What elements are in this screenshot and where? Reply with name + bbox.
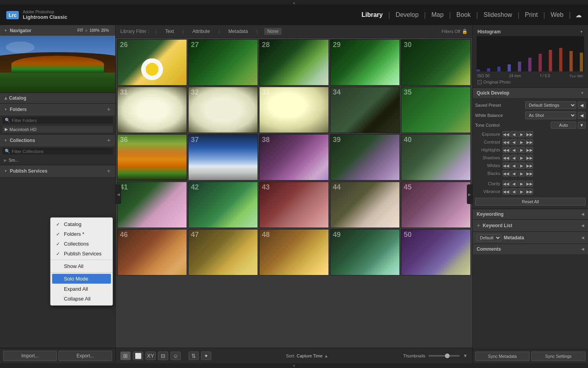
exposure-uu[interactable]: ▶▶ bbox=[526, 131, 533, 137]
photo-cell-50[interactable]: 50 bbox=[401, 229, 471, 275]
thumbnail-size-slider[interactable] bbox=[428, 355, 460, 357]
ctx-publish-services[interactable]: ✓ Publish Services bbox=[51, 249, 113, 259]
nav-slideshow[interactable]: Slideshow bbox=[479, 10, 516, 20]
blacks-d[interactable]: ◀ bbox=[510, 170, 517, 177]
tone-control-arrow[interactable]: ▼ bbox=[578, 122, 586, 129]
clarity-dd[interactable]: ◀◀ bbox=[503, 180, 510, 187]
exposure-d[interactable]: ◀ bbox=[510, 131, 517, 137]
collection-item-sm[interactable]: ▶ Sm... bbox=[2, 157, 113, 163]
right-panel-collapse[interactable]: ▶ bbox=[467, 184, 472, 204]
photo-cell-45[interactable]: 45 bbox=[401, 182, 471, 228]
folder-macintosh-hd[interactable]: ▶ Macintosh HD bbox=[2, 126, 113, 133]
publish-header[interactable]: ▼ Publish Services + bbox=[0, 165, 115, 177]
folders-header[interactable]: ▼ Folders + bbox=[0, 104, 115, 115]
blacks-uu[interactable]: ▶▶ bbox=[526, 170, 533, 177]
photo-cell-27[interactable]: 27 bbox=[188, 39, 258, 86]
shadows-dd[interactable]: ◀◀ bbox=[503, 155, 510, 161]
photo-cell-41[interactable]: 41 bbox=[117, 182, 187, 228]
shadows-u[interactable]: ▶ bbox=[518, 155, 525, 161]
thumb-up-icon[interactable]: ▼ bbox=[463, 353, 468, 359]
vibrance-d[interactable]: ◀ bbox=[510, 188, 517, 195]
photo-cell-28[interactable]: 28 bbox=[259, 39, 329, 86]
white-balance-select[interactable]: As Shot bbox=[525, 111, 576, 119]
photo-cell-35[interactable]: 35 bbox=[401, 87, 471, 133]
zoom-100[interactable]: 100% bbox=[89, 28, 100, 33]
nav-web[interactable]: Web bbox=[547, 10, 568, 20]
photo-cell-26[interactable]: 26 bbox=[117, 39, 187, 86]
highlights-uu[interactable]: ▶▶ bbox=[526, 147, 533, 153]
blacks-u[interactable]: ▶ bbox=[518, 170, 525, 177]
vibrance-dd[interactable]: ◀◀ bbox=[503, 188, 510, 195]
survey-view-button[interactable]: ⊟ bbox=[158, 352, 168, 360]
photo-cell-42[interactable]: 42 bbox=[188, 182, 258, 228]
clarity-d[interactable]: ◀ bbox=[510, 180, 517, 187]
sync-icon[interactable]: ⇅ bbox=[189, 352, 199, 360]
comments-header[interactable]: Comments ◀ bbox=[473, 244, 588, 254]
lock-icon[interactable]: 🔒 bbox=[462, 29, 468, 34]
photo-grid[interactable]: 2627282930313233343536373839404142434445… bbox=[116, 38, 472, 348]
spray-icon[interactable]: ✦ bbox=[201, 352, 211, 360]
ctx-catalog[interactable]: ✓ Catalog bbox=[51, 219, 113, 229]
zoom-25[interactable]: 25% bbox=[101, 28, 109, 33]
filter-text-btn[interactable]: Text bbox=[163, 28, 176, 35]
nav-print[interactable]: Print bbox=[521, 10, 542, 20]
contrast-d[interactable]: ◀ bbox=[510, 139, 517, 145]
sort-direction[interactable]: ▲ bbox=[324, 353, 328, 358]
highlights-d[interactable]: ◀ bbox=[510, 147, 517, 153]
top-collapse-bar[interactable]: ▲ bbox=[0, 0, 588, 5]
saved-preset-select[interactable]: Default Settings bbox=[525, 101, 576, 109]
import-button[interactable]: Import... bbox=[3, 351, 57, 361]
clarity-uu[interactable]: ▶▶ bbox=[526, 180, 533, 187]
ctx-solo-mode[interactable]: Solo Mode bbox=[52, 274, 111, 284]
filter-attribute-btn[interactable]: Attribute bbox=[190, 28, 212, 35]
photo-cell-44[interactable]: 44 bbox=[330, 182, 400, 228]
photo-cell-47[interactable]: 47 bbox=[188, 229, 258, 275]
vibrance-u[interactable]: ▶ bbox=[518, 188, 525, 195]
nav-book[interactable]: Book bbox=[452, 10, 474, 20]
original-photo-checkbox[interactable] bbox=[477, 80, 482, 84]
tone-auto-button[interactable]: Auto bbox=[551, 122, 576, 129]
photo-cell-37[interactable]: 37 bbox=[188, 134, 258, 180]
ctx-collections[interactable]: ✓ Collections bbox=[51, 239, 113, 249]
shadows-uu[interactable]: ▶▶ bbox=[526, 155, 533, 161]
saved-preset-arrow[interactable]: ◀ bbox=[578, 102, 586, 109]
loupe-view-button[interactable]: ⬜ bbox=[133, 352, 143, 360]
white-balance-arrow[interactable]: ◀ bbox=[578, 112, 586, 119]
contrast-uu[interactable]: ▶▶ bbox=[526, 139, 533, 145]
sync-metadata-button[interactable]: Sync Metadata bbox=[475, 352, 530, 361]
photo-cell-46[interactable]: 46 bbox=[117, 229, 187, 275]
filter-metadata-btn[interactable]: Metadata bbox=[226, 28, 250, 35]
histogram-header[interactable]: Histogram ▼ bbox=[475, 27, 586, 36]
photo-cell-34[interactable]: 34 bbox=[330, 87, 400, 133]
photo-cell-49[interactable]: 49 bbox=[330, 229, 400, 275]
catalog-header[interactable]: ▶ Catalog bbox=[0, 93, 115, 103]
bottom-expand-bar[interactable]: ▼ bbox=[0, 363, 588, 368]
highlights-u[interactable]: ▶ bbox=[518, 147, 525, 153]
clarity-u[interactable]: ▶ bbox=[518, 180, 525, 187]
metadata-preset-select[interactable]: Default bbox=[477, 234, 501, 241]
photo-cell-43[interactable]: 43 bbox=[259, 182, 329, 228]
collections-add-button[interactable]: + bbox=[106, 137, 111, 144]
whites-d[interactable]: ◀ bbox=[510, 162, 517, 169]
folders-filter-input[interactable] bbox=[12, 118, 111, 123]
grid-view-button[interactable]: ⊞ bbox=[120, 352, 131, 360]
nav-library[interactable]: Library bbox=[358, 10, 387, 20]
ctx-expand-all[interactable]: Expand All bbox=[51, 284, 113, 294]
reset-all-button[interactable]: Reset All bbox=[475, 198, 586, 206]
whites-dd[interactable]: ◀◀ bbox=[503, 162, 510, 169]
export-button[interactable]: Export... bbox=[58, 351, 112, 361]
highlights-dd[interactable]: ◀◀ bbox=[503, 147, 510, 153]
photo-cell-40[interactable]: 40 bbox=[401, 134, 471, 180]
keyword-list-plus[interactable]: + bbox=[477, 222, 480, 229]
folders-add-button[interactable]: + bbox=[106, 106, 111, 113]
exposure-dd[interactable]: ◀◀ bbox=[503, 131, 510, 137]
navigator-header[interactable]: ▼ Navigator FIT ◆ 100% 25% bbox=[0, 25, 115, 36]
photo-cell-31[interactable]: 31 bbox=[117, 87, 187, 133]
left-panel-collapse[interactable]: ◀ bbox=[116, 184, 121, 204]
keywording-header[interactable]: Keywording ◀ bbox=[473, 209, 588, 219]
photo-cell-33[interactable]: 33 bbox=[259, 87, 329, 133]
publish-add-button[interactable]: + bbox=[106, 168, 111, 175]
metadata-header[interactable]: Default Metadata ◀ bbox=[473, 232, 588, 244]
ctx-collapse-all[interactable]: Collapse All bbox=[51, 294, 113, 304]
exposure-u[interactable]: ▶ bbox=[518, 131, 525, 137]
